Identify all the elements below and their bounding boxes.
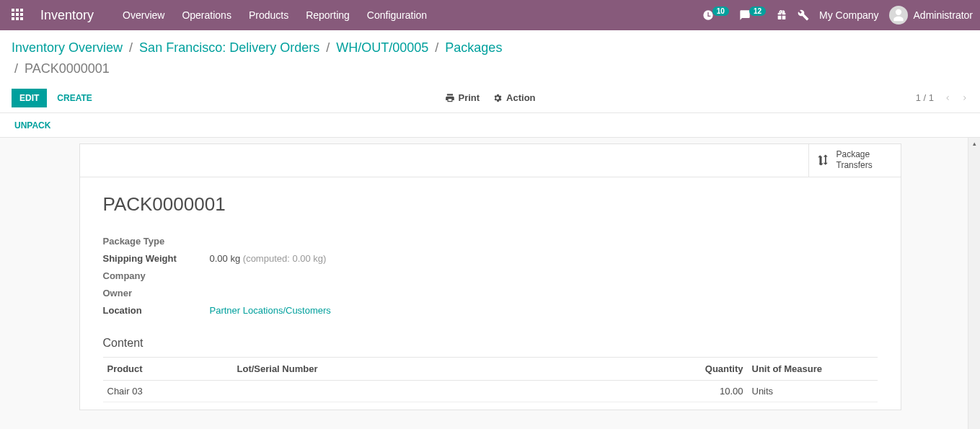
control-right: 1 / 1: [916, 92, 968, 103]
chat-icon[interactable]: 12: [739, 9, 766, 21]
breadcrumb-delivery-orders[interactable]: San Francisco: Delivery Orders: [139, 40, 319, 55]
control-center: Print Action: [444, 92, 535, 103]
label-package-type: Package Type: [103, 236, 210, 247]
breadcrumb-inventory-overview[interactable]: Inventory Overview: [12, 40, 123, 55]
table-row[interactable]: Chair 03 10.00 Units: [103, 380, 878, 402]
col-uom[interactable]: Unit of Measure: [748, 357, 878, 380]
control-panel: Inventory Overview / San Francisco: Deli…: [0, 30, 980, 113]
breadcrumb: Inventory Overview / San Francisco: Deli…: [12, 37, 968, 79]
pager-next[interactable]: [961, 93, 968, 103]
cell-uom: Units: [748, 380, 878, 402]
breadcrumb-packages[interactable]: Packages: [445, 40, 502, 55]
user-menu[interactable]: Administrator: [889, 6, 973, 25]
print-label: Print: [458, 92, 480, 103]
label-owner: Owner: [103, 288, 210, 298]
col-qty[interactable]: Quantity: [676, 357, 748, 380]
nav-configuration[interactable]: Configuration: [367, 9, 427, 21]
form-sheet: Package Transfers PACK0000001 Package Ty…: [79, 143, 901, 410]
action-label: Action: [506, 92, 535, 103]
content-area: Package Transfers PACK0000001 Package Ty…: [0, 138, 980, 429]
chat-badge: 12: [749, 6, 766, 16]
settings-icon[interactable]: [798, 9, 809, 21]
package-transfers-button[interactable]: Package Transfers: [808, 144, 901, 177]
user-name: Administrator: [914, 9, 973, 21]
create-button[interactable]: Create: [47, 89, 102, 107]
col-product[interactable]: Product: [103, 357, 233, 380]
activity-badge: 10: [712, 6, 729, 16]
pager-prev[interactable]: [944, 93, 951, 103]
cell-qty: 10.00: [676, 380, 748, 402]
sheet-body: PACK0000001 Package Type Shipping Weight…: [80, 177, 901, 410]
activity-icon[interactable]: 10: [702, 9, 729, 21]
unpack-button[interactable]: Unpack: [14, 120, 50, 131]
transfers-icon: [816, 152, 829, 168]
scroll-up-icon[interactable]: ▴: [968, 138, 980, 150]
cell-product: Chair 03: [103, 380, 233, 402]
breadcrumb-current: PACK0000001: [25, 61, 110, 76]
content-table: Product Lot/Serial Number Quantity Unit …: [103, 357, 878, 402]
control-row: Edit Create Print Action 1 / 1: [12, 84, 968, 112]
avatar-icon: [889, 6, 908, 25]
gift-icon[interactable]: [776, 9, 787, 21]
action-button[interactable]: Action: [493, 92, 535, 103]
nav-menu: Overview Operations Products Reporting C…: [123, 9, 427, 21]
nav-overview[interactable]: Overview: [123, 9, 164, 21]
scrollbar[interactable]: ▴: [968, 138, 980, 429]
breadcrumb-transfer[interactable]: WH/OUT/00005: [336, 40, 428, 55]
nav-operations[interactable]: Operations: [182, 9, 231, 21]
label-location: Location: [103, 305, 210, 316]
stat-text: Package Transfers: [836, 149, 873, 172]
status-strip: Unpack: [0, 113, 980, 138]
chevron-right-icon: [961, 93, 968, 103]
print-button[interactable]: Print: [444, 92, 480, 103]
pager[interactable]: 1 / 1: [916, 92, 934, 103]
chevron-left-icon: [944, 93, 951, 103]
button-box: Package Transfers: [80, 144, 901, 177]
col-lot[interactable]: Lot/Serial Number: [233, 357, 676, 380]
cell-lot: [233, 380, 676, 402]
label-shipping-weight: Shipping Weight: [103, 253, 210, 264]
edit-button[interactable]: Edit: [12, 89, 47, 107]
apps-icon[interactable]: [12, 9, 25, 22]
company-selector[interactable]: My Company: [819, 9, 878, 21]
value-location[interactable]: Partner Locations/Customers: [210, 305, 331, 316]
label-company: Company: [103, 270, 210, 281]
nav-right: 10 12 My Company Administrator: [702, 6, 973, 25]
gear-icon: [493, 93, 503, 103]
top-navbar: Inventory Overview Operations Products R…: [0, 0, 980, 30]
content-section-title: Content: [103, 337, 878, 350]
value-shipping-weight: 0.00 kg (computed: 0.00 kg): [210, 253, 327, 264]
record-title: PACK0000001: [103, 193, 878, 216]
nav-reporting[interactable]: Reporting: [306, 9, 350, 21]
app-brand[interactable]: Inventory: [40, 8, 94, 23]
print-icon: [444, 93, 454, 103]
nav-products[interactable]: Products: [249, 9, 288, 21]
